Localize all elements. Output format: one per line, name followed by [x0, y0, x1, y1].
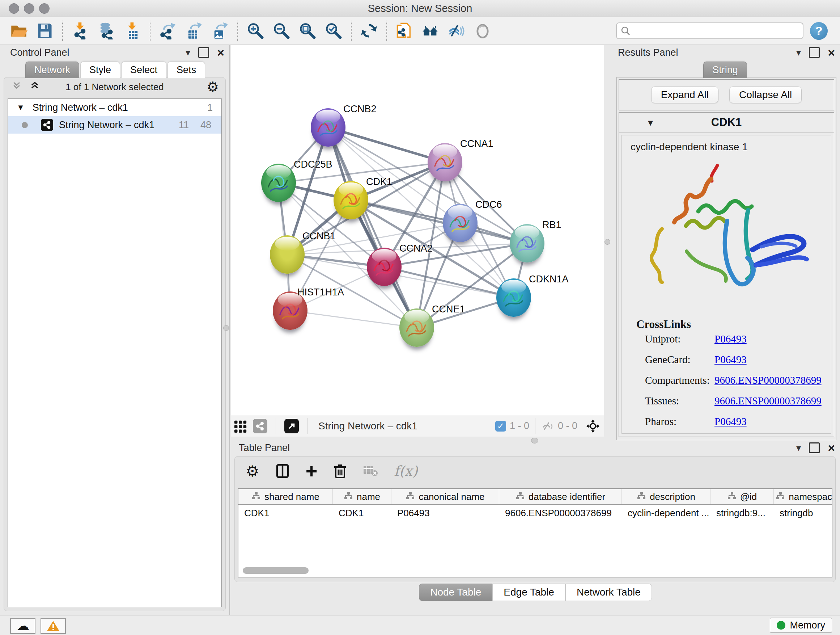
import-network-icon[interactable] [70, 20, 91, 41]
panel-close-icon[interactable]: × [828, 442, 835, 454]
table-settings-gear-icon[interactable]: ⚙ [246, 462, 259, 480]
column-type-icon [251, 491, 261, 502]
home-network-icon[interactable] [420, 20, 441, 41]
import-table-icon[interactable] [122, 20, 143, 41]
tab-style[interactable]: Style [80, 62, 120, 78]
panel-close-icon[interactable]: × [828, 46, 835, 59]
expand-all-button[interactable]: Expand All [651, 87, 718, 103]
node-label: CCNB2 [343, 103, 377, 115]
panel-maximize-icon[interactable] [198, 47, 209, 58]
network-options-gear-icon[interactable]: ⚙ [207, 79, 219, 95]
column-header-databaseidentifier[interactable]: database identifier [499, 489, 622, 504]
network-node-CCNA1[interactable] [428, 143, 462, 181]
network-view-toolbar: String Network – cdk1 ✓ 1 - 0 0 - 0 [231, 415, 604, 437]
export-network-icon[interactable] [157, 20, 178, 41]
network-node-CCNB1[interactable] [270, 235, 305, 274]
column-header-description[interactable]: description [622, 489, 711, 504]
delete-table-icon[interactable] [363, 464, 378, 478]
table-row[interactable]: CDK1CDK1P064939606.ENSP00000378699cyclin… [238, 505, 832, 521]
horizontal-scrollbar[interactable] [243, 567, 309, 574]
table-panel-title: Table Panel [239, 442, 290, 454]
network-node-RB1[interactable] [510, 224, 545, 263]
selected-nodes-checkbox[interactable]: ✓ [495, 421, 506, 432]
network-node-CDC6[interactable] [443, 204, 477, 242]
right-splitter-handle[interactable] [605, 239, 610, 245]
search-input[interactable] [630, 25, 788, 37]
save-session-icon[interactable] [34, 20, 55, 41]
crosslink-link[interactable]: 9606.ENSP00000378699 [714, 395, 821, 407]
function-builder-icon[interactable]: f(x) [394, 463, 417, 479]
memory-button[interactable]: Memory [770, 618, 832, 633]
panel-maximize-icon[interactable] [809, 47, 820, 58]
panel-close-icon[interactable]: × [217, 46, 224, 59]
export-table-icon[interactable] [183, 20, 204, 41]
show-columns-icon[interactable] [275, 464, 290, 478]
network-node-CCNA2[interactable] [367, 248, 401, 286]
zoom-out-icon[interactable] [271, 20, 292, 41]
control-panel-tabs: NetworkStyleSelectSets [25, 62, 206, 78]
panel-float-icon[interactable]: ▾ [796, 442, 801, 454]
tab-edge-table[interactable]: Edge Table [493, 584, 565, 601]
delete-column-icon[interactable] [333, 464, 347, 478]
column-header-name[interactable]: name [333, 489, 392, 504]
column-header-sharedname[interactable]: shared name [238, 489, 333, 504]
zoom-fit-icon[interactable] [297, 20, 318, 41]
tab-network[interactable]: Network [25, 62, 79, 78]
panel-float-icon[interactable]: ▾ [796, 47, 801, 58]
zoom-selected-icon[interactable] [323, 20, 344, 41]
hide-unhide-icon[interactable] [446, 20, 467, 41]
crosslink-row: Compartments:9606.ENSP00000378699 [645, 374, 831, 386]
annotation-share-icon[interactable] [394, 20, 415, 41]
network-collection-row[interactable]: ▼ String Network – cdk1 1 [8, 99, 221, 116]
network-node-CCNB2[interactable] [311, 108, 346, 147]
collapse-all-button[interactable]: Collapse All [729, 87, 802, 103]
tab-sets[interactable]: Sets [167, 62, 205, 78]
entry-header[interactable]: ▾ CDK1 [619, 112, 834, 133]
detach-view-icon[interactable] [284, 418, 299, 434]
crosslinks-list: Uniprot:P06493GeneCard:P06493Compartment… [622, 333, 831, 428]
crosslink-link[interactable]: P06493 [714, 354, 747, 366]
network-node-CCNE1[interactable] [399, 309, 434, 347]
cloud-status-button[interactable]: ☁ [10, 618, 35, 634]
network-canvas[interactable]: CCNB2CCNA1CDC25BCDK1CDC6RB1CCNB1CCNA2CDK… [231, 45, 604, 415]
show-graphics-icon[interactable] [472, 20, 493, 41]
zoom-in-icon[interactable] [245, 20, 266, 41]
column-header-canonicalname[interactable]: canonical name [392, 489, 499, 504]
network-node-CDC25B[interactable] [261, 164, 296, 202]
netbar-separator [535, 418, 535, 434]
share-view-icon[interactable] [253, 418, 268, 434]
network-node-CDK1[interactable] [333, 181, 368, 219]
crosslink-link[interactable]: P06493 [714, 333, 747, 345]
import-network-from-database-icon[interactable] [96, 20, 117, 41]
column-header-namespace[interactable]: namespace [774, 489, 832, 504]
collection-expand-icon[interactable]: ▼ [17, 103, 25, 112]
left-splitter-handle[interactable] [223, 325, 229, 331]
network-row-selected[interactable]: String Network – cdk1 11 48 [8, 116, 221, 134]
crosslink-link[interactable]: P06493 [714, 416, 747, 428]
open-session-icon[interactable] [8, 20, 29, 41]
export-image-icon[interactable] [210, 20, 231, 41]
grid-view-icon[interactable] [233, 418, 248, 434]
column-header-id[interactable]: @id [711, 489, 774, 504]
refresh-layout-icon[interactable] [358, 20, 379, 41]
tab-network-table[interactable]: Network Table [565, 584, 652, 601]
node-label: CCNE1 [432, 304, 465, 315]
birds-eye-view-icon[interactable] [585, 418, 600, 434]
bottom-splitter-handle[interactable] [531, 438, 538, 443]
network-label: String Network – cdk1 [59, 119, 155, 131]
tab-select[interactable]: Select [121, 62, 166, 78]
protein-ribbon-icon [311, 108, 346, 147]
panel-float-icon[interactable]: ▾ [186, 47, 190, 58]
tab-string[interactable]: String [703, 62, 747, 78]
toolbar-separator [386, 21, 387, 41]
column-type-icon [344, 491, 353, 502]
crosslink-link[interactable]: 9606.ENSP00000378699 [714, 374, 821, 386]
tab-node-table[interactable]: Node Table [419, 584, 493, 601]
table-cell: stringdb:9... [711, 505, 774, 521]
search-field[interactable] [616, 22, 804, 39]
help-icon[interactable]: ? [810, 22, 828, 40]
panel-maximize-icon[interactable] [809, 442, 820, 453]
node-label: CDC6 [475, 199, 502, 211]
warning-status-button[interactable] [41, 618, 66, 634]
network-node-CDKN1A[interactable] [496, 279, 531, 317]
